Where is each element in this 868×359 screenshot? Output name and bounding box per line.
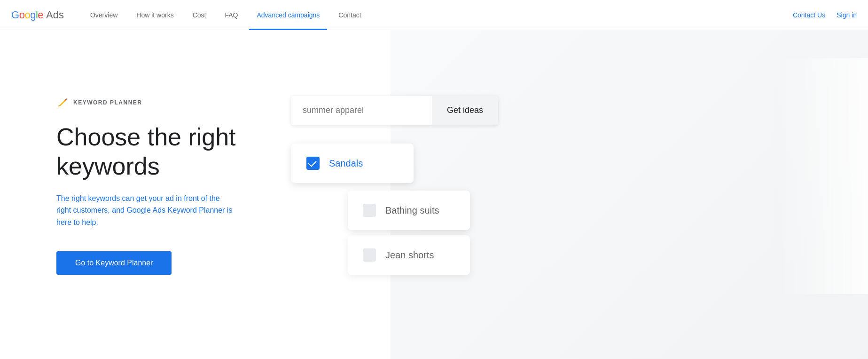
nav-overview[interactable]: Overview bbox=[83, 0, 125, 30]
sign-in-link[interactable]: Sign in bbox=[837, 11, 857, 19]
keyword-card-bathing-suits[interactable]: Bathing suits bbox=[348, 191, 470, 230]
left-section: KEYWORD PLANNER Choose the right keyword… bbox=[56, 58, 254, 275]
nav-contact[interactable]: Contact bbox=[331, 0, 368, 30]
nav-how-it-works[interactable]: How it works bbox=[129, 0, 181, 30]
nav-cost[interactable]: Cost bbox=[185, 0, 214, 30]
main-content: KEYWORD PLANNER Choose the right keyword… bbox=[0, 30, 868, 359]
google-wordmark: Google bbox=[11, 9, 43, 21]
bathing-suits-label: Bathing suits bbox=[385, 205, 439, 216]
cta-keyword-planner-button[interactable]: Go to Keyword Planner bbox=[56, 251, 172, 275]
right-section: Get ideas Sandals Bathing suits Jean sho… bbox=[291, 58, 830, 294]
keyword-card-jean-shorts[interactable]: Jean shorts bbox=[348, 235, 470, 275]
bathing-suits-checkbox[interactable] bbox=[363, 204, 376, 217]
get-ideas-button[interactable]: Get ideas bbox=[432, 96, 498, 125]
heading-line2: keywords bbox=[56, 152, 160, 180]
main-nav: Google Ads Overview How it works Cost FA… bbox=[0, 0, 868, 30]
sandals-checkbox[interactable] bbox=[306, 157, 320, 170]
nav-right: Contact Us Sign in bbox=[793, 11, 857, 19]
section-label-row: KEYWORD PLANNER bbox=[56, 96, 254, 109]
heading-line1: Choose the right bbox=[56, 123, 236, 151]
sandals-label: Sandals bbox=[329, 158, 363, 169]
keyword-search-input[interactable] bbox=[291, 96, 432, 125]
keyword-cards-area: Sandals Bathing suits Jean shorts bbox=[291, 144, 498, 294]
keyword-card-sandals[interactable]: Sandals bbox=[291, 144, 414, 183]
nav-links: Overview How it works Cost FAQ Advanced … bbox=[83, 0, 793, 30]
pencil-icon bbox=[56, 96, 70, 109]
ads-label: Ads bbox=[46, 9, 64, 21]
keyword-planner-label-text: KEYWORD PLANNER bbox=[73, 99, 142, 106]
contact-us-link[interactable]: Contact Us bbox=[793, 11, 825, 19]
jean-shorts-label: Jean shorts bbox=[385, 250, 434, 261]
jean-shorts-checkbox[interactable] bbox=[363, 248, 376, 262]
main-heading: Choose the right keywords bbox=[56, 122, 254, 181]
nav-faq[interactable]: FAQ bbox=[217, 0, 245, 30]
google-ads-logo[interactable]: Google Ads bbox=[11, 9, 64, 21]
nav-advanced-campaigns[interactable]: Advanced campaigns bbox=[249, 0, 327, 30]
search-row: Get ideas bbox=[291, 96, 498, 125]
description-text: The right keywords can get your ad in fr… bbox=[56, 192, 235, 229]
